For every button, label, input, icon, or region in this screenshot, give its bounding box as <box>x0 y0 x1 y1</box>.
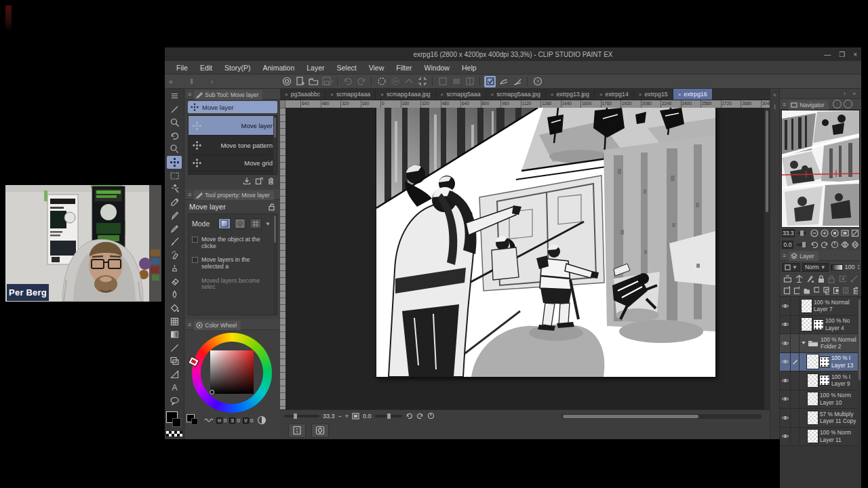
operation-tool[interactable] <box>167 142 182 156</box>
nav-fit-icon[interactable] <box>841 229 849 237</box>
option-row[interactable]: Move layers in the selected a <box>192 257 273 270</box>
collapse-all-icon[interactable]: » <box>852 90 856 97</box>
menu-item[interactable]: Story(P) <box>218 64 257 72</box>
eyedropper-tool[interactable] <box>167 195 182 209</box>
save-icon[interactable] <box>321 76 333 87</box>
create-mask-icon[interactable] <box>833 286 840 295</box>
opacity-slider[interactable] <box>831 264 843 270</box>
menu-item[interactable]: View <box>363 64 391 72</box>
menu-item[interactable]: Select <box>331 64 363 72</box>
zoom-slider[interactable] <box>284 415 319 418</box>
layer-visibility-toggle[interactable] <box>780 334 791 352</box>
layer-visibility-toggle[interactable] <box>780 316 791 334</box>
transparent-color-swatch[interactable] <box>166 431 182 436</box>
expand-icon[interactable]: › <box>844 90 846 97</box>
subtool-panel-header[interactable]: ≡ Sub Tool: Move layer <box>185 89 280 100</box>
tool-property-scrollbar[interactable] <box>273 214 277 314</box>
menu-item[interactable]: File <box>170 64 194 72</box>
layer-thumbnail[interactable] <box>808 430 818 443</box>
close-tab-icon[interactable]: × <box>380 92 384 98</box>
layer-thumbnail[interactable] <box>808 355 818 368</box>
right-dock-divider[interactable]: « ‖ <box>770 89 780 439</box>
layer-thumbnail[interactable] <box>808 411 818 424</box>
close-tab-icon[interactable]: × <box>678 92 682 98</box>
nav-reset-rotation-icon[interactable] <box>831 241 839 249</box>
tool-property-panel-header[interactable]: ≡ Tool property: Move layer <box>185 189 280 200</box>
minimize-button[interactable]: — <box>824 51 831 58</box>
nav-fit-screen-icon[interactable] <box>851 229 859 237</box>
panel-menu-icon[interactable]: ≡ <box>188 191 191 198</box>
sv-marker[interactable] <box>210 390 214 394</box>
fit-to-screen-icon[interactable] <box>352 413 359 420</box>
menu-item[interactable]: Animation <box>257 64 301 72</box>
navigator-zoom-slider[interactable] <box>797 232 806 235</box>
gradient-map-tool[interactable] <box>167 314 182 328</box>
figure-tool[interactable] <box>167 341 182 354</box>
canvas-horizontal-scrollbar[interactable] <box>561 414 762 419</box>
crop-marks-icon[interactable] <box>416 76 428 87</box>
right-dock-collapse-bar[interactable]: › » <box>780 89 861 99</box>
mesh-icon[interactable] <box>464 76 475 87</box>
nav-zoom-out-icon[interactable] <box>810 229 818 237</box>
open-file-icon[interactable] <box>308 76 319 87</box>
panel-menu-icon[interactable]: ≡ <box>188 91 191 98</box>
reset-view-icon[interactable] <box>427 412 435 420</box>
transfer-to-lower-icon[interactable] <box>813 286 820 295</box>
panel-menu-icon[interactable]: ≡ <box>783 101 786 108</box>
snap-special-ruler-icon[interactable] <box>498 76 509 87</box>
document-tab[interactable]: × extrpg13.jpg <box>546 89 595 100</box>
zoom-in-button[interactable]: + <box>345 413 349 420</box>
layer-row[interactable]: 100 % Norm Layer 11 <box>780 428 861 447</box>
subtool-scrollbar[interactable] <box>273 116 277 174</box>
close-tab-icon[interactable]: × <box>599 92 603 98</box>
mode-move-tone-button[interactable] <box>234 218 246 229</box>
document-tab[interactable]: × scmapg5aaa.jpg <box>486 89 546 100</box>
airbrush-tool[interactable] <box>167 249 182 262</box>
canvas-vertical-scrollbar[interactable] <box>764 108 770 409</box>
frame-border-tool[interactable] <box>167 354 182 368</box>
checkbox[interactable] <box>192 257 198 263</box>
navigator-zoom-value[interactable]: 33.3 <box>782 229 795 237</box>
mode-move-grid-button[interactable] <box>250 218 262 229</box>
layer-list-scrollbar[interactable] <box>858 297 861 488</box>
move-layer-tool[interactable] <box>167 156 182 169</box>
subtool-current[interactable]: Move layer <box>188 101 277 113</box>
fill-tool[interactable] <box>167 302 182 315</box>
document-tab[interactable]: × extrpg16 <box>673 89 713 100</box>
close-tab-icon[interactable]: × <box>491 92 494 98</box>
toolbar-menu-icon[interactable] <box>167 89 182 103</box>
wave-icon[interactable] <box>204 418 214 423</box>
reselect-icon[interactable] <box>389 76 401 87</box>
text-tool[interactable]: A <box>167 381 182 394</box>
apply-mask-icon[interactable] <box>842 286 849 295</box>
rotate-ccw-icon[interactable] <box>406 412 413 420</box>
layer-visibility-toggle[interactable] <box>780 428 791 446</box>
zoom-tool[interactable] <box>167 116 182 129</box>
document-tab[interactable]: × scmapg4aaa.jpg <box>376 89 435 100</box>
close-tab-icon[interactable]: × <box>639 92 642 98</box>
close-tab-icon[interactable]: × <box>441 92 444 98</box>
layer-thumbnail[interactable] <box>802 300 812 312</box>
collapse-dock-icon[interactable]: « <box>770 92 779 98</box>
brush-tool[interactable] <box>167 235 182 249</box>
layer-mask-thumbnail[interactable] <box>814 320 823 329</box>
lock-layer-icon[interactable] <box>817 274 825 283</box>
lock-transparent-icon[interactable] <box>827 274 835 283</box>
nav-rotate-ccw-icon[interactable] <box>810 241 818 249</box>
document-tab[interactable]: × extrpg15 <box>634 89 673 100</box>
opacity-value[interactable]: 100 <box>845 264 855 270</box>
layer-row[interactable]: 100 % I Layer 9 <box>780 371 861 390</box>
snap-grid-icon[interactable] <box>511 76 523 87</box>
blend-mode-dropdown[interactable]: Norm▼ <box>802 263 829 272</box>
color-mode-toggle-icon[interactable] <box>257 415 267 425</box>
subtool-list-item[interactable]: Move layer <box>189 116 277 136</box>
selection-tool[interactable] <box>167 169 182 182</box>
gradient-edit-icon[interactable] <box>450 76 462 87</box>
sub-color-swatch[interactable] <box>191 418 198 425</box>
snap-to-ruler-icon[interactable] <box>484 76 496 87</box>
delete-subtool-icon[interactable] <box>267 177 275 185</box>
layer-thumbnail[interactable] <box>802 318 812 331</box>
draft-layer-icon[interactable] <box>806 274 814 283</box>
add-subtool-icon[interactable] <box>255 177 263 185</box>
dock-arrow-icon[interactable]: ‹ <box>211 78 213 85</box>
